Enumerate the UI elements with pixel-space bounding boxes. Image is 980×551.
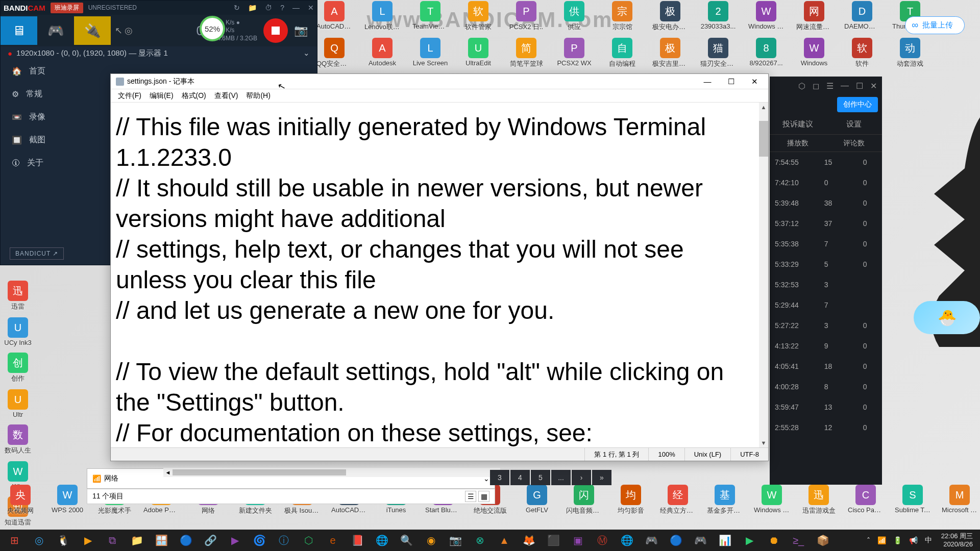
desktop-icon[interactable]: UUCy Ink3: [0, 317, 36, 346]
menu-help[interactable]: 帮助(H): [243, 90, 273, 102]
tab-game[interactable]: 🎮: [37, 16, 74, 45]
scroll-thumb[interactable]: [759, 121, 768, 157]
taskbar-icon[interactable]: ⏺: [762, 530, 786, 550]
tray-battery-icon[interactable]: 🔋: [891, 536, 904, 544]
table-row[interactable]: 2:55:28120: [770, 417, 882, 438]
table-row[interactable]: 5:35:3870: [770, 234, 882, 254]
desktop-icon[interactable]: QQQ安全远程 生化危机选...: [316, 38, 352, 68]
taskbar-icon[interactable]: 🔵: [664, 530, 688, 550]
table-row[interactable]: 3:59:47130: [770, 397, 882, 417]
desktop-icon[interactable]: 极极安吉里手电: [652, 38, 688, 68]
table-row[interactable]: 4:00:2880: [770, 377, 882, 397]
taskbar-icon[interactable]: 🌐: [370, 530, 394, 550]
desktop-icon[interactable]: 迅迅雷游戏盒: [801, 485, 837, 515]
table-row[interactable]: 4:05:41180: [770, 356, 882, 377]
tab-settings[interactable]: 设置: [826, 114, 882, 134]
desktop-icon[interactable]: 软软件管家: [460, 1, 496, 32]
taskbar-icon[interactable]: ◉: [419, 530, 443, 550]
tray-volume-icon[interactable]: 📢: [907, 536, 920, 544]
create-button[interactable]: 创作中心: [837, 97, 878, 112]
taskbar-icon[interactable]: 🪟: [149, 530, 174, 550]
sidebar-item[interactable]: 🛈关于: [1, 152, 92, 174]
page-button[interactable]: ›: [572, 470, 591, 485]
desktop-icon[interactable]: WWPS 2000: [50, 485, 85, 515]
notepad-titlebar[interactable]: settings.json - 记事本 — ☐ ✕: [111, 74, 768, 89]
desktop-icon[interactable]: UUltraEdit: [460, 38, 496, 68]
upload-button[interactable]: ∞ 批量上传: [905, 16, 965, 34]
sidebar-item[interactable]: 📼录像: [1, 106, 92, 129]
desktop-icon[interactable]: AAutoCAD 2019: [316, 1, 352, 32]
desktop-icon[interactable]: WWindows 10 x64 1909 ...: [754, 485, 790, 515]
desktop-icon[interactable]: 闪闪电音频剪辑 软件: [566, 485, 602, 515]
desktop-icon[interactable]: CCisco Pack...: [848, 485, 884, 515]
taskbar-icon[interactable]: ▶: [223, 530, 247, 550]
sidebar-item[interactable]: ⚙常规: [1, 83, 92, 106]
maximize-button[interactable]: ☐: [719, 74, 743, 89]
taskbar-icon[interactable]: ▶: [76, 530, 100, 550]
close-button[interactable]: ✕: [743, 74, 766, 89]
notepad-text-area[interactable]: // This file was initially generated by …: [111, 103, 759, 447]
sidebar-item[interactable]: 🔲截图: [1, 129, 92, 152]
panel-maximize[interactable]: ☐: [856, 81, 863, 91]
taskbar-icon[interactable]: 🌐: [615, 530, 639, 550]
scroll-left-icon[interactable]: ◄: [163, 469, 173, 475]
taskbar-clock[interactable]: 22:06 周三 2020/8/26: [937, 532, 977, 548]
page-button[interactable]: ...: [551, 470, 571, 485]
tab-complaint[interactable]: 投诉建议: [770, 114, 826, 134]
chevron-down-icon[interactable]: ⌄: [303, 48, 310, 58]
taskbar-icon[interactable]: e: [321, 530, 345, 550]
menu-edit[interactable]: 编辑(E): [146, 90, 177, 102]
scroll-down-icon[interactable]: ▼: [759, 438, 768, 447]
table-row[interactable]: 5:39:48380: [770, 193, 882, 213]
webcam-icon[interactable]: ◎: [125, 25, 133, 36]
scroll-up-icon[interactable]: ▲: [759, 103, 768, 112]
taskbar-icon[interactable]: ▣: [566, 530, 590, 550]
taskbar-icon[interactable]: 📊: [713, 530, 737, 550]
close-icon[interactable]: ✕: [308, 4, 314, 12]
taskbar-icon[interactable]: ⧉: [100, 530, 125, 550]
desktop-icon[interactable]: 基基金多开台盟: [707, 485, 743, 515]
notepad-vscroll[interactable]: ▲ ▼: [759, 103, 768, 447]
table-row[interactable]: 5:33:2950: [770, 254, 882, 274]
tray-ime-icon[interactable]: 中: [923, 536, 934, 545]
menu-file[interactable]: 文件(F): [115, 90, 144, 102]
taskbar-icon[interactable]: 🎮: [639, 530, 664, 550]
taskbar-icon[interactable]: 📷: [443, 530, 468, 550]
desktop-icon[interactable]: 数数码人生: [0, 424, 36, 455]
taskbar-icon[interactable]: ⬛: [541, 530, 566, 550]
view-details-icon[interactable]: ☰: [465, 491, 476, 502]
tab-screen[interactable]: 🖥: [1, 16, 37, 45]
desktop-icon[interactable]: WWindows 2000 Prof...: [748, 1, 784, 32]
table-row[interactable]: 5:29:447: [770, 295, 882, 315]
menu-format[interactable]: 格式(O): [179, 90, 209, 102]
desktop-icon[interactable]: WWindows: [796, 38, 832, 68]
taskbar-icon[interactable]: 🔍: [394, 530, 419, 550]
desktop-icon[interactable]: LLive Screen: [412, 38, 448, 68]
taskbar-icon[interactable]: ⊞: [2, 530, 27, 550]
taskbar-icon[interactable]: 🎮: [688, 530, 713, 550]
desktop-icon[interactable]: 央央视频网: [3, 485, 38, 515]
desktop-icon[interactable]: 软软件: [844, 38, 880, 68]
page-button[interactable]: »: [592, 470, 611, 485]
taskbar-icon[interactable]: ◎: [27, 530, 51, 550]
taskbar-icon[interactable]: 📁: [125, 530, 149, 550]
timer-icon[interactable]: ⏱: [265, 4, 272, 12]
desktop-icon[interactable]: LLenovo联想 驱动管理: [364, 1, 400, 32]
taskbar-icon[interactable]: 🔵: [174, 530, 198, 550]
table-row[interactable]: 5:32:533: [770, 274, 882, 295]
hscroll-thumb[interactable]: [173, 469, 346, 475]
taskbar-icon[interactable]: 🌀: [247, 530, 272, 550]
tray-network-icon[interactable]: 📶: [875, 536, 888, 544]
desktop-icon[interactable]: 网网速流量统计: [796, 1, 832, 32]
taskbar-icon[interactable]: 📕: [345, 530, 370, 550]
taskbar-icon[interactable]: 🦊: [517, 530, 541, 550]
desktop-icon[interactable]: SSublime Text 3: [895, 485, 930, 515]
explorer-hscroll[interactable]: ◄ ►: [163, 468, 500, 477]
desktop-icon[interactable]: 2239033a3...: [700, 1, 736, 32]
bandicam-titlebar[interactable]: BANDICAM 班迪录屏 UNREGISTERED ↻ 📁 ⏱ ? — ✕: [1, 1, 317, 15]
sidebar-item[interactable]: 🏠首页: [1, 60, 92, 83]
desktop-icon[interactable]: 宗宗宗馆: [604, 1, 640, 32]
desktop-icon[interactable]: 经经典立方服饰: [660, 485, 696, 515]
refresh-icon[interactable]: ↻: [234, 4, 240, 12]
page-button[interactable]: 4: [510, 470, 530, 485]
